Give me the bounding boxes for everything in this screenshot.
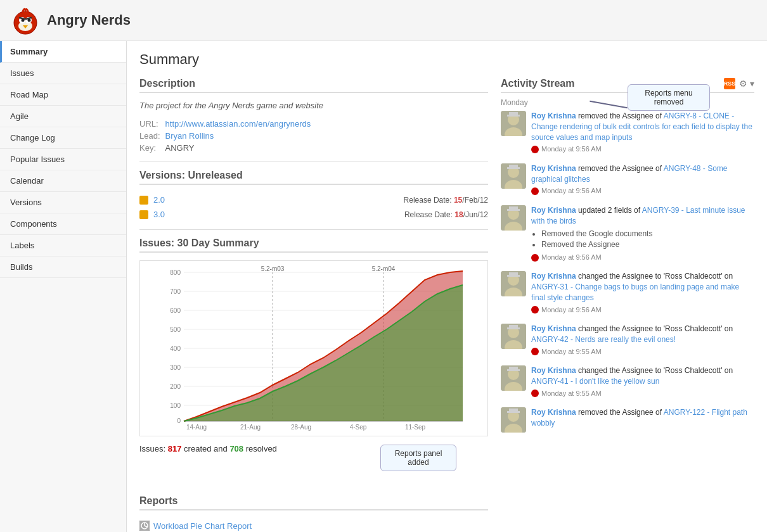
gear-button[interactable]: ⚙ ▾ — [739, 79, 754, 89]
version-row-1: 2.0 Release Date: 15/Feb/12 — [139, 193, 488, 207]
version-link-1[interactable]: 2.0 — [153, 195, 165, 205]
version-date-2: Release Date: 18/Jun/12 — [404, 210, 488, 219]
workload-report-link[interactable]: Workload Pie Chart Report — [153, 521, 252, 531]
reports-item-1: Workload Pie Chart Report — [139, 518, 488, 532]
avatar-4 — [501, 271, 526, 296]
resolved-count: 708 — [229, 444, 243, 453]
svg-text:200: 200 — [170, 383, 181, 390]
version-icon-1 — [139, 196, 148, 205]
two-col-layout: Description The project for the Angry Ne… — [139, 78, 754, 532]
issue-link-4[interactable]: ANGRY-31 - Change bags to bugs on landin… — [531, 282, 739, 302]
page-title: Summary — [139, 51, 754, 68]
sidebar-item-agile[interactable]: Agile — [0, 106, 126, 127]
activity-text-4: Roy Krishna changed the Assignee to 'Ros… — [531, 271, 754, 315]
svg-rect-70 — [509, 367, 518, 371]
user-link-4[interactable]: Roy Krishna — [531, 272, 576, 281]
rss-icon[interactable]: RSS — [724, 78, 735, 89]
sidebar-item-components[interactable]: Components — [0, 213, 126, 235]
activity-text-6: Roy Krishna changed the Assignee to 'Ros… — [531, 365, 754, 398]
activity-text-1: Roy Krishna removed the Assignee of ANGR… — [531, 111, 754, 155]
date-highlight-2: 18 — [454, 210, 463, 219]
bullet-1: Removed the Google documents — [541, 229, 754, 239]
version-date-1: Release Date: 15/Feb/12 — [404, 196, 488, 205]
activity-status-icon-4 — [531, 306, 539, 314]
svg-text:400: 400 — [170, 345, 181, 352]
action-text-7: removed the Assignee of — [578, 408, 664, 417]
svg-text:800: 800 — [170, 269, 181, 276]
activity-text-3: Roy Krishna updated 2 fields of ANGRY-39… — [531, 205, 754, 263]
app-title: Angry Nerds — [47, 12, 131, 28]
lead-label: Lead: — [139, 130, 165, 142]
key-label: Key: — [139, 142, 165, 154]
user-link-2[interactable]: Roy Krishna — [531, 164, 576, 173]
svg-rect-75 — [509, 408, 518, 413]
activity-item-1: Roy Krishna removed the Assignee of ANGR… — [501, 111, 754, 155]
avatar-6 — [501, 365, 526, 391]
version-link-2[interactable]: 3.0 — [153, 210, 165, 219]
sidebar-item-issues[interactable]: Issues — [0, 63, 126, 84]
svg-text:500: 500 — [170, 326, 181, 333]
avatar-7 — [501, 407, 526, 433]
svg-text:700: 700 — [170, 288, 181, 295]
sidebar-item-changelog[interactable]: Change Log — [0, 127, 126, 149]
action-text-5: changed the Assignee to 'Ross Chaldecott… — [578, 324, 733, 333]
header: Angry Nerds — [0, 0, 767, 41]
sidebar-item-labels[interactable]: Labels — [0, 235, 126, 256]
activity-controls: RSS ⚙ ▾ — [724, 78, 754, 89]
action-text-4: changed the Assignee to 'Ross Chaldecott… — [578, 272, 733, 281]
sidebar-item-builds[interactable]: Builds — [0, 256, 126, 278]
sidebar-item-versions[interactable]: Versions — [0, 192, 126, 213]
activity-status-icon-3 — [531, 254, 539, 262]
version-icon-2 — [139, 210, 148, 219]
right-column: Activity Stream RSS ⚙ ▾ Monday — [501, 78, 754, 532]
bullet-list-3: Removed the Google documents Removed the… — [541, 229, 754, 250]
url-label: URL: — [139, 118, 165, 130]
activity-text-7: Roy Krishna removed the Assignee of ANGR… — [531, 407, 754, 429]
url-link[interactable]: http://www.atlassian.com/en/angrynerds — [165, 119, 311, 129]
lead-link[interactable]: Bryan Rollins — [165, 131, 214, 141]
avatar-3 — [501, 205, 526, 231]
svg-text:21-Aug: 21-Aug — [240, 424, 261, 431]
activity-status-icon-2 — [531, 187, 539, 195]
issues-chart-svg: 800 700 600 500 400 300 200 100 0 — [145, 266, 482, 431]
callout-reports-menu: Reports menuremoved — [628, 84, 710, 111]
bullet-2: Removed the Assignee — [541, 239, 754, 250]
activity-item-2: Roy Krishna removed the Assignee of ANGR… — [501, 163, 754, 196]
sidebar-item-roadmap[interactable]: Road Map — [0, 84, 126, 106]
user-link-7[interactable]: Roy Krishna — [531, 408, 576, 417]
activity-status-icon-6 — [531, 390, 539, 397]
main-content: Reports menuremoved Summary Description … — [127, 41, 767, 532]
sidebar-item-summary[interactable]: Summary — [0, 41, 126, 63]
user-link-3[interactable]: Roy Krishna — [531, 206, 576, 215]
activity-meta-6: Monday at 9:55 AM — [531, 389, 754, 398]
action-text-6: changed the Assignee to 'Ross Chaldecott… — [578, 366, 733, 375]
activity-text-5: Roy Krishna changed the Assignee to 'Ros… — [531, 324, 754, 357]
issue-link-6[interactable]: ANGRY-41 - I don't like the yellow sun — [531, 377, 659, 386]
activity-item-5: Roy Krishna changed the Assignee to 'Ros… — [501, 324, 754, 357]
activity-time-6: Monday at 9:55 AM — [541, 389, 602, 398]
user-link-6[interactable]: Roy Krishna — [531, 366, 576, 375]
date-highlight-1: 15 — [454, 196, 462, 205]
svg-rect-55 — [509, 206, 518, 211]
svg-rect-50 — [509, 165, 518, 169]
svg-rect-60 — [509, 272, 518, 277]
svg-text:0: 0 — [177, 417, 181, 424]
sidebar-item-calendar[interactable]: Calendar — [0, 170, 126, 192]
svg-text:11-Sep: 11-Sep — [405, 424, 426, 431]
action-text-2: removed the Assignee of — [578, 164, 664, 173]
issue-link-5[interactable]: ANGRY-42 - Nerds are really the evil one… — [531, 335, 676, 344]
user-link-5[interactable]: Roy Krishna — [531, 324, 576, 333]
avatar-1 — [501, 111, 526, 136]
key-value: ANGRY — [165, 142, 316, 154]
activity-meta-3: Monday at 9:56 AM — [531, 253, 754, 262]
svg-text:300: 300 — [170, 364, 181, 371]
sidebar-item-popular[interactable]: Popular Issues — [0, 149, 126, 170]
activity-time-1: Monday at 9:56 AM — [541, 144, 602, 154]
activity-meta-2: Monday at 9:56 AM — [531, 186, 754, 196]
svg-text:600: 600 — [170, 307, 181, 314]
callout-reports-panel: Reports paneladded — [380, 445, 456, 471]
activity-time-2: Monday at 9:56 AM — [541, 186, 602, 196]
user-link-1[interactable]: Roy Krishna — [531, 111, 576, 120]
description-title: Description — [139, 78, 488, 93]
svg-text:28-Aug: 28-Aug — [291, 424, 311, 431]
